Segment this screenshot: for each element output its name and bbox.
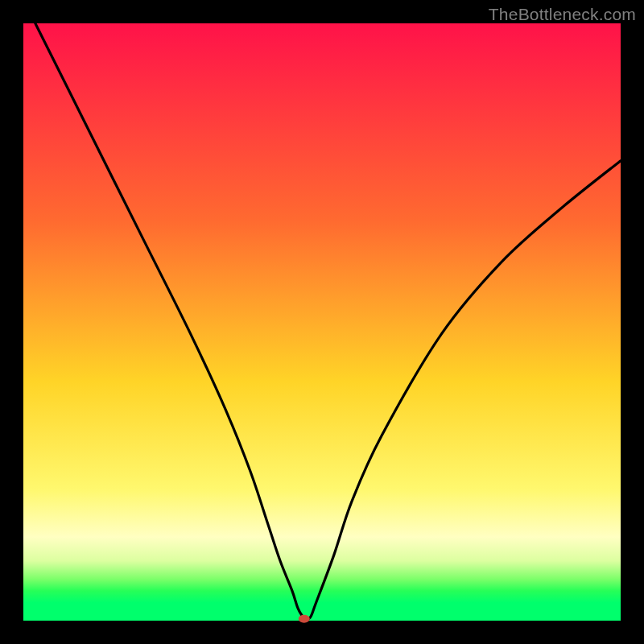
plot-area: [23, 23, 621, 621]
bottleneck-curve: [35, 23, 621, 619]
chart-frame: TheBottleneck.com: [0, 0, 644, 644]
curve-layer: [23, 23, 621, 621]
min-marker: [299, 615, 310, 623]
watermark-text: TheBottleneck.com: [489, 5, 636, 24]
